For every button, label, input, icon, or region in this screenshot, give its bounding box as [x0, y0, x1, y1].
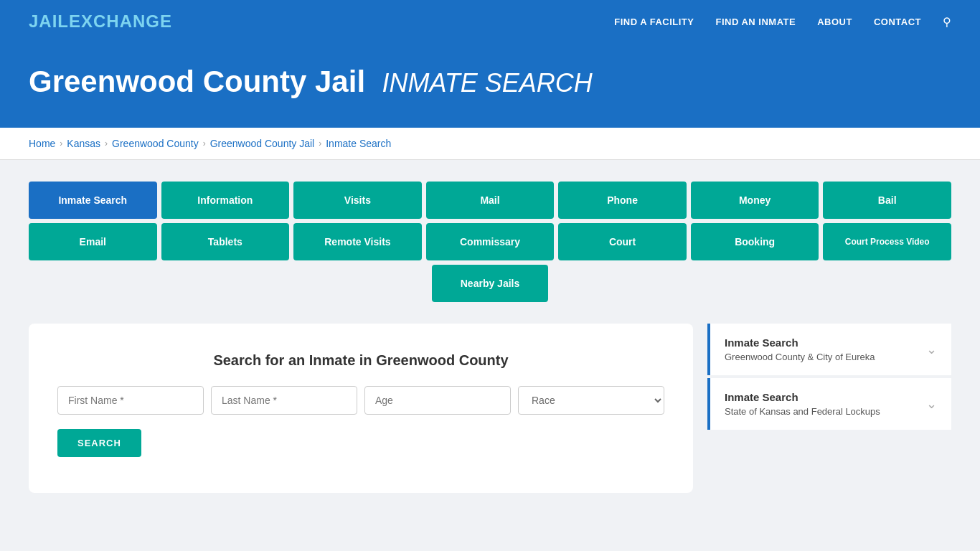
tab-visits[interactable]: Visits [293, 182, 422, 219]
tab-nearby-jails[interactable]: Nearby Jails [432, 265, 549, 302]
tab-tablets[interactable]: Tablets [161, 223, 290, 260]
tab-phone[interactable]: Phone [558, 182, 687, 219]
breadcrumb-current: Inmate Search [326, 138, 391, 149]
sidebar: Inmate Search Greenwood County & City of… [707, 324, 951, 433]
sidebar-item-greenwood-text: Inmate Search Greenwood County & City of… [725, 336, 875, 362]
logo-exchange: EXCHANGE [69, 11, 172, 31]
breadcrumb: Home › Kansas › Greenwood County › Green… [29, 138, 951, 149]
tabs-row-2: Email Tablets Remote Visits Commissary C… [29, 223, 951, 260]
tab-inmate-search[interactable]: Inmate Search [29, 182, 157, 219]
tab-commissary[interactable]: Commissary [426, 223, 555, 260]
breadcrumb-sep-1: › [60, 138, 62, 149]
hero-banner: Greenwood County Jail INMATE SEARCH [0, 43, 980, 128]
search-fields: Race White Black Hispanic Asian Native A… [57, 386, 664, 415]
sidebar-item-greenwood-subtitle: Greenwood County & City of Eureka [725, 352, 875, 362]
nav-about[interactable]: ABOUT [817, 17, 852, 27]
tab-court-process-video[interactable]: Court Process Video [823, 223, 951, 260]
sidebar-item-greenwood[interactable]: Inmate Search Greenwood County & City of… [707, 324, 951, 375]
chevron-down-icon: ⌄ [926, 342, 937, 357]
race-select[interactable]: Race White Black Hispanic Asian Native A… [518, 386, 664, 415]
chevron-down-icon-2: ⌄ [926, 396, 937, 412]
search-button[interactable]: SEARCH [57, 429, 141, 457]
search-icon[interactable]: ⚲ [943, 15, 951, 29]
breadcrumb-sep-4: › [319, 138, 321, 149]
header: JAILEXCHANGE FIND A FACILITY FIND AN INM… [0, 0, 980, 43]
search-box: Search for an Inmate in Greenwood County… [29, 324, 693, 493]
nav-find-facility[interactable]: FIND A FACILITY [614, 17, 694, 27]
first-name-input[interactable] [57, 386, 204, 415]
page-title: Greenwood County Jail INMATE SEARCH [29, 65, 951, 99]
sidebar-item-kansas[interactable]: Inmate Search State of Kansas and Federa… [707, 378, 951, 430]
tab-booking[interactable]: Booking [691, 223, 819, 260]
sidebar-item-kansas-text: Inmate Search State of Kansas and Federa… [725, 391, 880, 417]
age-input[interactable] [364, 386, 511, 415]
content-area: Search for an Inmate in Greenwood County… [29, 324, 951, 493]
main-content: Inmate Search Information Visits Mail Ph… [0, 160, 980, 514]
sidebar-item-kansas-subtitle: State of Kansas and Federal Lockups [725, 406, 880, 417]
logo[interactable]: JAILEXCHANGE [29, 11, 172, 32]
breadcrumb-sep-2: › [105, 138, 108, 149]
logo-jail: JAIL [29, 11, 69, 31]
tab-mail[interactable]: Mail [426, 182, 555, 219]
main-nav: FIND A FACILITY FIND AN INMATE ABOUT CON… [614, 15, 951, 29]
tabs-row-1: Inmate Search Information Visits Mail Ph… [29, 182, 951, 219]
tab-bail[interactable]: Bail [823, 182, 951, 219]
sidebar-item-greenwood-title: Inmate Search [725, 336, 875, 349]
tab-information[interactable]: Information [161, 182, 290, 219]
nav-contact[interactable]: CONTACT [874, 17, 921, 27]
tab-remote-visits[interactable]: Remote Visits [293, 223, 422, 260]
tab-email[interactable]: Email [29, 223, 157, 260]
tab-court[interactable]: Court [558, 223, 687, 260]
sidebar-item-kansas-title: Inmate Search [725, 391, 880, 403]
breadcrumb-jail[interactable]: Greenwood County Jail [210, 138, 315, 149]
nav-find-inmate[interactable]: FIND AN INMATE [715, 17, 796, 27]
last-name-input[interactable] [211, 386, 357, 415]
breadcrumb-kansas[interactable]: Kansas [67, 138, 100, 149]
breadcrumb-home[interactable]: Home [29, 138, 55, 149]
tab-money[interactable]: Money [691, 182, 819, 219]
tabs-row-3: Nearby Jails [29, 265, 951, 302]
hero-title-sub: INMATE SEARCH [382, 68, 592, 98]
search-title: Search for an Inmate in Greenwood County [57, 352, 664, 369]
hero-title-main: Greenwood County Jail [29, 65, 365, 98]
breadcrumb-sep-3: › [203, 138, 206, 149]
breadcrumb-bar: Home › Kansas › Greenwood County › Green… [0, 128, 980, 160]
breadcrumb-greenwood-county[interactable]: Greenwood County [112, 138, 199, 149]
